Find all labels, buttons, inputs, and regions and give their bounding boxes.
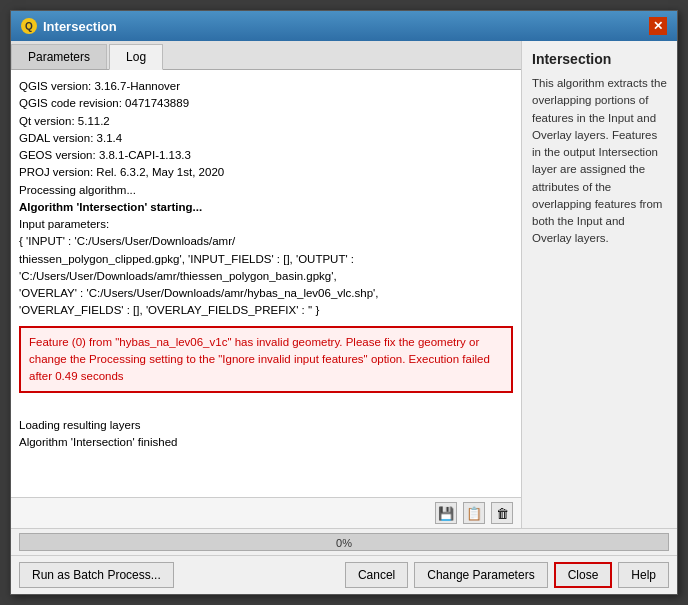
main-panel: Parameters Log QGIS version: 3.16.7-Hann…: [11, 41, 522, 528]
close-button[interactable]: Close: [554, 562, 613, 588]
log-version-info: QGIS version: 3.16.7-Hannover QGIS code …: [19, 78, 513, 199]
progress-bar-area: 0%: [11, 528, 677, 555]
right-panel-description: This algorithm extracts the overlapping …: [532, 75, 667, 248]
progress-bar: 0%: [19, 533, 669, 551]
log-bottom-toolbar: 💾 📋 🗑: [11, 497, 521, 528]
help-button[interactable]: Help: [618, 562, 669, 588]
close-window-button[interactable]: ✕: [649, 17, 667, 35]
batch-process-button[interactable]: Run as Batch Process...: [19, 562, 174, 588]
bottom-buttons: Run as Batch Process... Cancel Change Pa…: [11, 555, 677, 594]
right-panel-title: Intersection: [532, 51, 667, 67]
log-area[interactable]: QGIS version: 3.16.7-Hannover QGIS code …: [11, 70, 521, 497]
tab-log[interactable]: Log: [109, 44, 163, 70]
right-panel: Intersection This algorithm extracts the…: [522, 41, 677, 528]
app-icon: Q: [21, 18, 37, 34]
cancel-button[interactable]: Cancel: [345, 562, 408, 588]
progress-label: 0%: [20, 534, 668, 552]
error-text: Feature (0) from "hybas_na_lev06_v1c" ha…: [29, 336, 490, 383]
title-bar-left: Q Intersection: [21, 18, 117, 34]
log-algorithm-start: Algorithm 'Intersection' starting...: [19, 199, 513, 216]
log-input-params: Input parameters: { 'INPUT' : 'C:/Users/…: [19, 216, 513, 320]
tab-parameters[interactable]: Parameters: [11, 44, 107, 69]
log-footer: Loading resulting layers Algorithm 'Inte…: [19, 399, 513, 451]
save-log-button[interactable]: 💾: [435, 502, 457, 524]
tab-bar: Parameters Log: [11, 41, 521, 70]
copy-log-button[interactable]: 📋: [463, 502, 485, 524]
error-message-box: Feature (0) from "hybas_na_lev06_v1c" ha…: [19, 326, 513, 394]
clear-log-button[interactable]: 🗑: [491, 502, 513, 524]
dialog-title: Intersection: [43, 19, 117, 34]
intersection-dialog: Q Intersection ✕ Parameters Log QGIS ver…: [10, 10, 678, 595]
title-bar: Q Intersection ✕: [11, 11, 677, 41]
change-parameters-button[interactable]: Change Parameters: [414, 562, 547, 588]
dialog-body: Parameters Log QGIS version: 3.16.7-Hann…: [11, 41, 677, 528]
